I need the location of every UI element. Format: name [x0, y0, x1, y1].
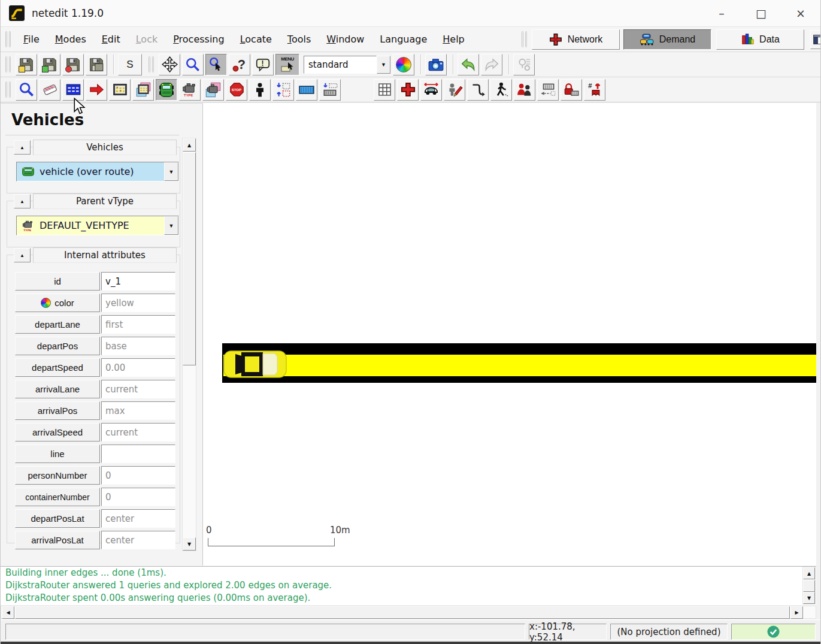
- toggle-grid-button[interactable]: [374, 79, 395, 101]
- attr-departlane-button[interactable]: departLane: [15, 315, 100, 334]
- edit-color-schemes-button[interactable]: [393, 54, 414, 75]
- locate-options-button[interactable]: [513, 54, 535, 75]
- collapse-attributes-button[interactable]: ▲: [14, 248, 31, 262]
- collapse-vehicles-button[interactable]: ▲: [14, 140, 31, 155]
- attr-departpos-input[interactable]: [101, 337, 175, 355]
- attr-arrivallane-button[interactable]: arrivalLane: [15, 380, 100, 398]
- toggle-junction-shape-button[interactable]: [397, 79, 419, 101]
- log-scroll-up-button[interactable]: ▲: [803, 567, 815, 579]
- attr-departposlat-input[interactable]: [101, 509, 175, 528]
- attr-containernumber-button[interactable]: containerNumber: [15, 488, 100, 506]
- attr-containernumber-input[interactable]: [101, 488, 175, 506]
- mode-type-distribution-button[interactable]: [202, 79, 224, 101]
- attr-color-input[interactable]: [101, 294, 175, 312]
- attr-arrivalpos-button[interactable]: arrivalPos: [15, 401, 100, 420]
- vtype-combo-value[interactable]: TYPE DEFAULT_VEHTYPE: [17, 216, 164, 235]
- view-toolbar-grip[interactable]: [149, 56, 154, 72]
- supermode-demand-button[interactable]: Demand: [623, 29, 711, 50]
- log-scrollbar[interactable]: ▲ ▼: [802, 567, 816, 604]
- toggle-route-steps-button[interactable]: [467, 79, 489, 101]
- maximize-button[interactable]: □: [741, 0, 781, 26]
- toolbar-grip[interactable]: [5, 31, 11, 47]
- close-button[interactable]: ×: [781, 0, 820, 26]
- supermode-network-button[interactable]: Network: [532, 29, 620, 50]
- mode-type-button[interactable]: TYPE: [179, 79, 201, 101]
- mode-vehicle-button[interactable]: [156, 79, 177, 101]
- mode-route-button[interactable]: [109, 79, 131, 101]
- view-scheme-value[interactable]: standard: [304, 56, 377, 74]
- vehicle-combo-dropdown-button[interactable]: ▼: [164, 162, 178, 181]
- attr-id-input[interactable]: [101, 272, 175, 291]
- supermode-grip[interactable]: [522, 31, 527, 47]
- message-log[interactable]: Building inner edges ... done (1ms). Dij…: [1, 566, 816, 605]
- scroll-left-button[interactable]: ◀: [2, 606, 14, 619]
- undo-button[interactable]: [458, 54, 479, 75]
- modes-toolbar-grip[interactable]: [5, 81, 11, 98]
- mode-inspect-button[interactable]: [16, 79, 37, 101]
- online-help-button[interactable]: ?: [229, 54, 250, 75]
- toggle-spread-vehicles-button[interactable]: [420, 79, 442, 101]
- toggle-show-containers-button[interactable]: [537, 79, 559, 101]
- menu-edit[interactable]: Edit: [94, 27, 128, 52]
- scroll-right-button[interactable]: ▶: [790, 606, 803, 619]
- mode-delete-button[interactable]: [39, 79, 60, 101]
- horizontal-scrollbar[interactable]: ◀ ▶: [1, 606, 816, 619]
- attr-personnumber-input[interactable]: [101, 466, 175, 485]
- attr-arrivallane-input[interactable]: [101, 380, 175, 398]
- mode-container-button[interactable]: [296, 79, 317, 101]
- toggle-lock-persons-button[interactable]: [514, 79, 535, 101]
- vehicle-v1[interactable]: [223, 349, 287, 379]
- supermode-data-button[interactable]: Data: [716, 29, 804, 50]
- attr-arrivalspeed-input[interactable]: [101, 423, 175, 442]
- hscrollbar-thumb[interactable]: [15, 606, 790, 619]
- snapshot-button[interactable]: [425, 54, 447, 75]
- collapse-vtype-button[interactable]: ▲: [14, 194, 31, 208]
- log-scrollbar-thumb[interactable]: [803, 580, 815, 592]
- feedback-button[interactable]: !: [252, 54, 274, 75]
- toggle-overlapped-routes-button[interactable]: #: [584, 79, 605, 101]
- save-network-button[interactable]: [16, 54, 37, 75]
- toggle-show-trips-button[interactable]: [444, 79, 465, 101]
- vtype-combo-dropdown-button[interactable]: ▼: [164, 216, 178, 235]
- scroll-down-button[interactable]: ▼: [183, 537, 196, 551]
- attr-departpos-button[interactable]: departPos: [15, 337, 100, 355]
- menu-help[interactable]: Help: [435, 27, 472, 52]
- move-view-button[interactable]: [159, 54, 180, 75]
- attr-arrivalposlat-button[interactable]: arrivalPosLat: [15, 531, 100, 549]
- simulation-s-button[interactable]: S: [118, 54, 142, 75]
- zoom-extent-button[interactable]: [182, 54, 204, 75]
- save-demand-button[interactable]: [62, 54, 84, 75]
- minimize-button[interactable]: –: [702, 0, 741, 26]
- attr-line-input[interactable]: [101, 445, 175, 463]
- vehicle-combo-value[interactable]: vehicle (over route): [17, 162, 164, 181]
- menu-language[interactable]: Language: [372, 27, 435, 52]
- save-additionals-button[interactable]: [39, 54, 60, 75]
- attr-departlane-input[interactable]: [101, 315, 175, 334]
- mode-container-plan-button[interactable]: [319, 79, 341, 101]
- attr-personnumber-button[interactable]: personNumber: [15, 466, 100, 485]
- attr-arrivalpos-input[interactable]: [101, 401, 175, 420]
- menu-processing[interactable]: Processing: [165, 27, 232, 52]
- menu-modes[interactable]: Modes: [47, 27, 94, 52]
- route-highlight[interactable]: [223, 355, 816, 376]
- attr-id-button[interactable]: id: [15, 272, 100, 291]
- attr-line-button[interactable]: line: [15, 445, 100, 463]
- zoom-cursor-button[interactable]: [205, 54, 227, 75]
- menu-window[interactable]: Window: [319, 27, 372, 52]
- scrollbar-thumb[interactable]: [183, 152, 196, 365]
- menu-file[interactable]: File: [16, 27, 47, 52]
- attr-arrivalspeed-button[interactable]: arrivalSpeed: [15, 423, 100, 442]
- view-scheme-dropdown-button[interactable]: ▼: [377, 56, 390, 74]
- attr-color-button[interactable]: color: [15, 294, 100, 312]
- frame-scrollbar[interactable]: ▲ ▼: [182, 138, 196, 551]
- network-canvas[interactable]: 0 10m: [203, 103, 816, 566]
- mode-move-button[interactable]: [86, 79, 107, 101]
- file-toolbar-grip[interactable]: [5, 56, 11, 72]
- mode-stop-button[interactable]: STOP: [226, 79, 247, 101]
- toggle-show-persons-button[interactable]: [490, 79, 512, 101]
- redo-button[interactable]: [481, 54, 502, 75]
- new-window-button[interactable]: [810, 30, 821, 49]
- attr-departposlat-button[interactable]: departPosLat: [15, 509, 100, 528]
- log-scroll-down-button[interactable]: ▼: [803, 592, 815, 604]
- toggle-lock-containers-button[interactable]: [561, 79, 582, 101]
